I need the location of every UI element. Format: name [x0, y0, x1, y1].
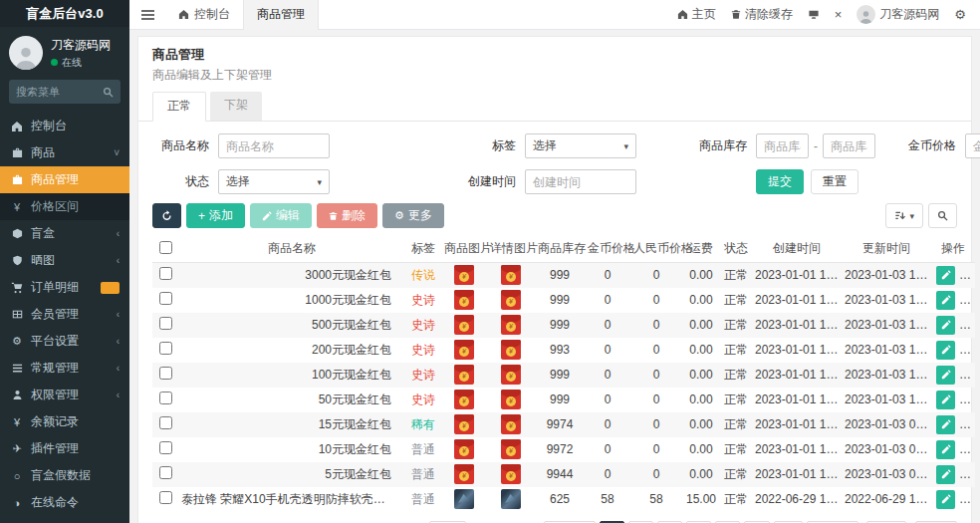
row-checkbox[interactable]	[159, 392, 172, 404]
detail-image[interactable]: ¥	[501, 464, 521, 484]
gear-icon[interactable]: ⚙	[954, 7, 966, 22]
detail-image[interactable]: ¥	[501, 365, 521, 385]
detail-image[interactable]: ¥	[501, 439, 521, 459]
sidebar-item-价格区间[interactable]: ¥价格区间	[0, 193, 129, 220]
column-header-detail-image[interactable]: 详情图片	[487, 237, 535, 263]
column-header-rmb-price[interactable]: 人民币价格	[630, 237, 682, 263]
product-image[interactable]: ¥	[454, 290, 474, 310]
column-header-updated[interactable]: 更新时间	[842, 237, 931, 263]
tag-filter-select[interactable]: 选择 ▾	[525, 133, 636, 158]
detail-image[interactable]: ¥	[501, 390, 521, 409]
clear-cache-link[interactable]: 清除缓存	[731, 6, 793, 23]
stock-min-input[interactable]	[756, 133, 809, 158]
fullscreen-icon[interactable]: ×	[835, 7, 843, 22]
detail-image[interactable]: ¥	[501, 265, 521, 285]
row-edit-button[interactable]	[936, 490, 955, 509]
sidebar-item-订单明细[interactable]: 订单明细	[0, 274, 129, 301]
stock-value: 9944	[535, 462, 585, 487]
product-image[interactable]: ¥	[454, 315, 474, 335]
add-button[interactable]: + 添加	[186, 203, 245, 228]
row-checkbox[interactable]	[159, 416, 172, 429]
row-edit-button[interactable]	[936, 341, 955, 360]
sidebar-item-权限管理[interactable]: 权限管理‹	[0, 382, 129, 408]
submit-button[interactable]: 提交	[756, 169, 804, 194]
sidebar-item-商品管理[interactable]: 商品管理	[0, 166, 129, 193]
row-edit-button[interactable]	[936, 391, 955, 409]
detail-image[interactable]	[501, 489, 521, 509]
column-header-gold-price[interactable]: 金币价格	[585, 237, 630, 263]
topbar-tab-dashboard[interactable]: 控制台	[165, 0, 243, 30]
detail-image[interactable]: ¥	[501, 315, 521, 335]
row-edit-button[interactable]	[936, 440, 955, 459]
topbar-tab-products[interactable]: 商品管理	[243, 0, 319, 30]
product-image[interactable]: ¥	[454, 414, 474, 434]
export-sort-button[interactable]: ▾	[885, 203, 923, 228]
column-header-tag[interactable]: 标签	[405, 237, 441, 263]
user-menu[interactable]: 刀客源码网	[857, 5, 939, 24]
column-header-image[interactable]: 商品图片	[441, 237, 487, 263]
column-header-stock[interactable]: 商品库存	[535, 237, 585, 263]
row-checkbox[interactable]	[159, 267, 172, 280]
column-header-created[interactable]: 创建时间	[752, 237, 842, 263]
sidebar-item-控制台[interactable]: 控制台	[0, 113, 129, 139]
more-button[interactable]: ⚙ 更多	[382, 203, 444, 228]
sidebar-search-input[interactable]: 搜索菜单	[9, 80, 121, 104]
sidebar-item-插件管理[interactable]: ✈插件管理	[0, 435, 129, 462]
row-checkbox[interactable]	[159, 441, 172, 454]
row-checkbox[interactable]	[159, 292, 172, 305]
tag-label: 史诗	[411, 343, 435, 357]
column-header-status[interactable]: 状态	[720, 237, 752, 263]
topbar-right: 主页 清除缓存 × 刀客源码网 ⚙	[677, 5, 980, 24]
status-filter-select[interactable]: 选择 ▾	[218, 169, 330, 194]
sidebar-item-盲盒[interactable]: 盲盒‹	[0, 220, 129, 247]
refresh-button[interactable]	[152, 203, 181, 228]
menu-toggle-icon[interactable]	[129, 0, 165, 30]
detail-image[interactable]: ¥	[501, 414, 521, 434]
row-edit-button[interactable]	[936, 316, 955, 335]
delete-button[interactable]: 删除	[317, 203, 377, 228]
row-edit-button[interactable]	[936, 266, 955, 285]
search-icon[interactable]	[103, 87, 114, 98]
row-checkbox[interactable]	[159, 491, 172, 504]
stock-max-input[interactable]	[823, 133, 875, 158]
sidebar-item-常规管理[interactable]: 常规管理‹	[0, 355, 129, 382]
sidebar-item-在线命令[interactable]: ◑在线命令	[0, 489, 129, 516]
column-header-name[interactable]: 商品名称	[178, 237, 405, 263]
product-image[interactable]: ¥	[454, 340, 474, 360]
product-image[interactable]: ¥	[454, 365, 474, 385]
product-image[interactable]	[454, 489, 474, 509]
sidebar-item-余额记录[interactable]: ¥余额记录	[0, 408, 129, 435]
name-filter-input[interactable]	[218, 133, 330, 158]
row-checkbox[interactable]	[159, 367, 172, 380]
row-checkbox[interactable]	[159, 342, 172, 355]
created-filter-input[interactable]	[525, 169, 636, 194]
sidebar-item-商品[interactable]: 商品˅	[0, 139, 129, 166]
row-edit-button[interactable]	[936, 291, 955, 310]
product-image[interactable]: ¥	[454, 439, 474, 459]
tab-normal[interactable]: 正常	[152, 92, 206, 122]
sidebar-item-平台设置[interactable]: ⚙平台设置‹	[0, 328, 129, 355]
sidebar-item-label: 晒图	[31, 252, 55, 269]
gold-min-input[interactable]	[965, 133, 980, 158]
detail-image[interactable]: ¥	[501, 290, 521, 310]
select-all-checkbox[interactable]	[159, 241, 172, 254]
reset-button[interactable]: 重置	[811, 169, 858, 194]
sidebar-item-盲盒假数据[interactable]: ○盲盒假数据	[0, 462, 129, 489]
table-search-button[interactable]	[928, 203, 957, 228]
row-checkbox[interactable]	[159, 317, 172, 330]
layout-icon[interactable]	[808, 9, 820, 20]
product-image[interactable]: ¥	[454, 265, 474, 285]
home-link[interactable]: 主页	[677, 6, 716, 23]
row-checkbox[interactable]	[159, 466, 172, 479]
product-image[interactable]: ¥	[454, 390, 474, 409]
sidebar-item-会员管理[interactable]: 会员管理‹	[0, 301, 129, 328]
row-edit-button[interactable]	[936, 415, 955, 434]
row-edit-button[interactable]	[936, 366, 955, 385]
tab-offshelf[interactable]: 下架	[210, 92, 262, 121]
row-edit-button[interactable]	[936, 465, 955, 484]
detail-image[interactable]: ¥	[501, 340, 521, 360]
edit-button[interactable]: 编辑	[250, 203, 312, 228]
sidebar-item-晒图[interactable]: 晒图‹	[0, 247, 129, 274]
product-image[interactable]: ¥	[454, 464, 474, 484]
sidebar-item-分佣明细[interactable]: 分佣明细	[0, 516, 129, 523]
